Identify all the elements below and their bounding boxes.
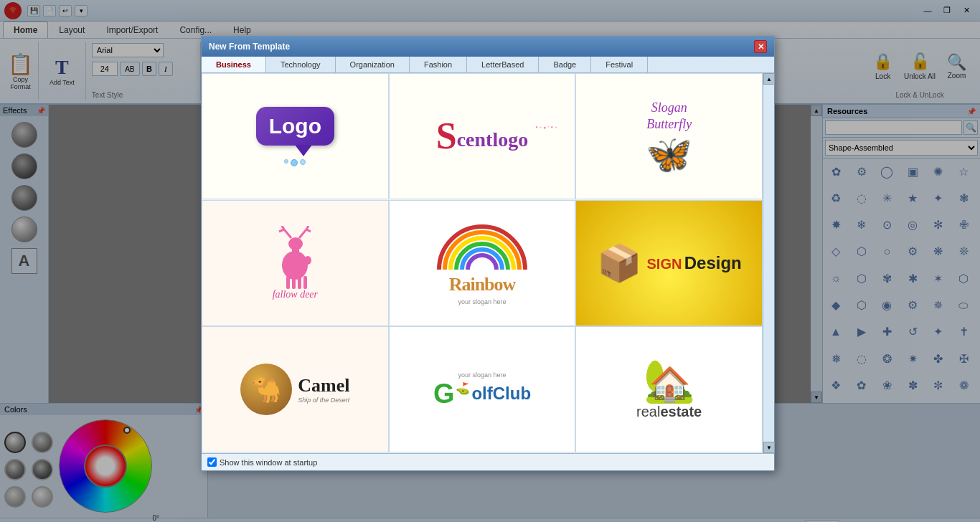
modal-body: Logo S ● — [202, 73, 774, 453]
template-golf-club[interactable]: your slogan here G ⛳ olfClub — [389, 326, 576, 452]
startup-checkbox[interactable] — [207, 457, 217, 467]
modal-tab-festival[interactable]: Festival — [591, 57, 648, 72]
template-real-estate[interactable]: 🏡 realestate — [575, 326, 763, 452]
svg-point-3 — [288, 237, 303, 250]
svg-rect-5 — [292, 276, 296, 289]
modal-scroll-track[interactable] — [763, 85, 774, 442]
template-dialog: New From Template ✕ Business Technology … — [201, 36, 775, 471]
modal-footer: Show this window at startup — [202, 453, 774, 470]
rainbow-svg — [432, 221, 532, 271]
svg-line-11 — [299, 229, 306, 238]
deer-svg — [266, 226, 324, 290]
modal-tabs: Business Technology Organization Fashion… — [202, 57, 774, 73]
modal-titlebar: New From Template ✕ — [202, 37, 774, 57]
modal-scroll-down[interactable]: ▼ — [763, 442, 775, 453]
svg-line-13 — [306, 226, 308, 229]
svg-line-10 — [282, 226, 284, 229]
template-rainbow[interactable]: Rainbow your slogan here — [389, 200, 576, 326]
svg-rect-6 — [298, 276, 301, 289]
modal-title: New From Template — [209, 42, 290, 52]
template-grid: Logo S ● — [202, 73, 763, 453]
template-fallow-deer[interactable]: fallow deer — [202, 200, 389, 326]
modal-scrollbar: ▲ ▼ — [763, 73, 774, 453]
modal-tab-badge[interactable]: Badge — [539, 57, 591, 72]
modal-overlay: New From Template ✕ Business Technology … — [0, 0, 980, 522]
template-scentlogo[interactable]: S ● ● ● ● ● ● centlogo — [389, 73, 576, 199]
template-butterfly[interactable]: SloganButterfly 🦋 — [575, 73, 763, 199]
svg-line-8 — [284, 229, 291, 238]
template-camel[interactable]: 🐪 Camel Ship of the Desert — [202, 326, 389, 452]
modal-tab-business[interactable]: Business — [202, 57, 266, 72]
modal-tab-technology[interactable]: Technology — [266, 57, 336, 72]
modal-tab-letterbased[interactable]: LetterBased — [467, 57, 539, 72]
modal-scroll-up[interactable]: ▲ — [763, 73, 775, 85]
svg-rect-4 — [286, 276, 290, 289]
modal-close-button[interactable]: ✕ — [754, 40, 767, 53]
template-logo-bubble[interactable]: Logo — [202, 73, 389, 199]
svg-rect-7 — [303, 276, 307, 289]
template-sign-design[interactable]: 📦 SIGN Design — [575, 200, 763, 326]
svg-point-14 — [304, 256, 311, 265]
startup-checkbox-label: Show this window at startup — [220, 458, 317, 467]
modal-tab-organization[interactable]: Organization — [336, 57, 410, 72]
modal-tab-fashion[interactable]: Fashion — [410, 57, 467, 72]
